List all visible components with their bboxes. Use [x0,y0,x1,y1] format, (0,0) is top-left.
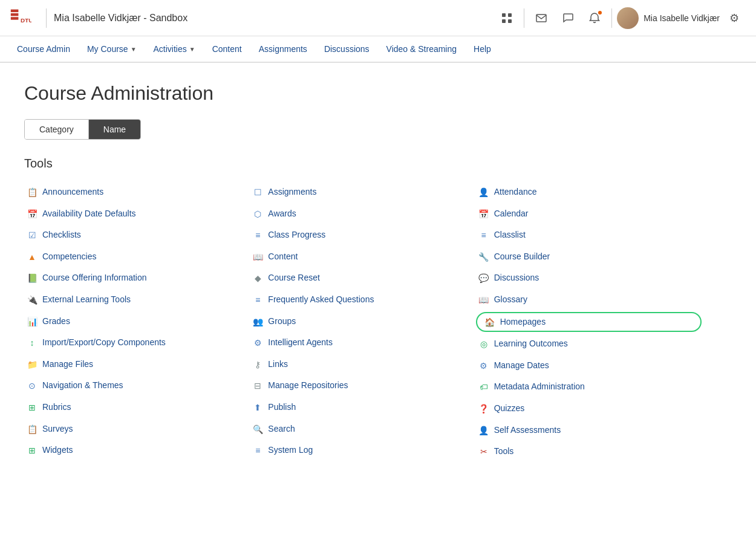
name-toggle-btn[interactable]: Name [89,120,140,139]
attendance-link[interactable]: Attendance [494,186,537,198]
faq-link[interactable]: Frequently Asked Questions [268,294,374,306]
tool-links[interactable]: ⚷ Links [250,355,475,374]
system-log-link[interactable]: System Log [268,444,313,456]
tool-manage-files[interactable]: 📁 Manage Files [24,355,250,374]
tool-rubrics[interactable]: ⊞ Rubrics [24,398,250,417]
tool-availability-date-defaults[interactable]: 📅 Availability Date Defaults [24,204,250,224]
manage-repos-link[interactable]: Manage Repositories [268,380,348,392]
tool-assignments[interactable]: ☐ Assignments [250,183,475,202]
glossary-link[interactable]: Glossary [494,294,527,306]
tool-awards[interactable]: ⬡ Awards [250,204,475,224]
notification-icon[interactable] [582,6,607,30]
nav-discussions[interactable]: Discussions [317,36,377,62]
tool-classlist[interactable]: ≡ Classlist [476,226,702,245]
tool-tools[interactable]: ✂ Tools [476,442,702,461]
tool-quizzes[interactable]: ❓ Quizzes [476,399,702,418]
intelligent-agents-link[interactable]: Intelligent Agents [268,337,333,349]
tool-homepages[interactable]: 🏠 Homepages [476,312,702,333]
tools-link[interactable]: Tools [494,446,514,458]
tool-course-builder[interactable]: 🔧 Course Builder [476,247,702,267]
nav-themes-link[interactable]: Navigation & Themes [42,380,123,392]
awards-link[interactable]: Awards [268,208,296,220]
tool-groups[interactable]: 👥 Groups [250,312,475,331]
topbar: DTU Mia Isabelle Vidkjær - Sandbox [0,0,756,36]
tool-checklists[interactable]: ☑ Checklists [24,226,250,245]
nav-my-course[interactable]: My Course ▼ [80,36,144,62]
tool-widgets[interactable]: ⊞ Widgets [24,441,250,460]
groups-link[interactable]: Groups [268,316,296,328]
classlist-link[interactable]: Classlist [494,229,526,241]
tool-class-progress[interactable]: ≡ Class Progress [250,226,475,245]
nav-content[interactable]: Content [205,36,249,62]
tool-metadata-admin[interactable]: 🏷 Metadata Administration [476,377,702,397]
metadata-link[interactable]: Metadata Administration [494,381,585,393]
tool-surveys[interactable]: 📋 Surveys [24,420,250,439]
tool-competencies[interactable]: ▲ Competencies [24,247,250,267]
links-link[interactable]: Links [268,359,288,371]
calendar-link[interactable]: Calendar [494,208,529,220]
assignments-link[interactable]: Assignments [268,186,316,198]
competencies-link[interactable]: Competencies [42,251,97,263]
discussions-link[interactable]: Discussions [494,272,539,284]
checklists-link[interactable]: Checklists [42,229,81,241]
grades-link[interactable]: Grades [42,316,70,328]
tool-grades[interactable]: 📊 Grades [24,312,250,331]
class-progress-link[interactable]: Class Progress [268,229,325,241]
course-builder-link[interactable]: Course Builder [494,251,550,263]
search-link[interactable]: Search [268,423,295,435]
self-assessments-link[interactable]: Self Assessments [494,424,561,437]
course-builder-icon: 🔧 [478,252,489,262]
tool-announcements[interactable]: 📋 Announcements [24,183,250,202]
import-export-link[interactable]: Import/Export/Copy Components [42,337,166,349]
tool-faq[interactable]: ≡ Frequently Asked Questions [250,290,475,310]
apps-icon[interactable] [495,6,519,30]
topbar-icons: Mia Isabelle Vidkjær ⚙ [495,6,746,30]
tool-course-offering-info[interactable]: 📗 Course Offering Information [24,268,250,288]
tool-calendar[interactable]: 📅 Calendar [476,204,702,224]
tool-manage-repositories[interactable]: ⊟ Manage Repositories [250,376,475,395]
tool-intelligent-agents[interactable]: ⚙ Intelligent Agents [250,333,475,352]
announcements-link[interactable]: Announcements [42,186,103,198]
nav-assignments[interactable]: Assignments [252,36,314,62]
tool-system-log[interactable]: ≡ System Log [250,441,475,460]
tool-course-reset[interactable]: ◆ Course Reset [250,268,475,288]
tool-publish[interactable]: ⬆ Publish [250,398,475,417]
nav-video-streaming[interactable]: Video & Streaming [379,36,464,62]
rubrics-link[interactable]: Rubrics [42,401,71,414]
tool-import-export[interactable]: ↕ Import/Export/Copy Components [24,333,250,352]
tool-search[interactable]: 🔍 Search [250,420,475,439]
dtu-logo: DTU [10,7,31,29]
widgets-link[interactable]: Widgets [42,444,73,456]
publish-link[interactable]: Publish [268,401,296,414]
manage-files-link[interactable]: Manage Files [42,359,93,371]
username: Mia Isabelle Vidkjær [644,13,720,23]
surveys-link[interactable]: Surveys [42,423,73,435]
external-tools-link[interactable]: External Learning Tools [42,294,131,306]
mail-icon[interactable] [529,6,553,30]
tool-attendance[interactable]: 👤 Attendance [476,183,702,202]
learning-outcomes-link[interactable]: Learning Outcomes [494,338,568,350]
tool-content[interactable]: 📖 Content [250,247,475,267]
nav-activities[interactable]: Activities ▼ [146,36,203,62]
chevron-down-icon: ▼ [189,46,195,53]
settings-icon[interactable]: ⚙ [722,6,746,30]
tool-navigation-themes[interactable]: ⊙ Navigation & Themes [24,376,250,395]
content-link[interactable]: Content [268,251,298,263]
nav-course-admin[interactable]: Course Admin [10,36,77,62]
tool-learning-outcomes[interactable]: ◎ Learning Outcomes [476,334,702,354]
manage-dates-link[interactable]: Manage Dates [494,360,549,372]
quizzes-link[interactable]: Quizzes [494,403,525,415]
tool-manage-dates[interactable]: ⚙ Manage Dates [476,356,702,375]
course-offering-link[interactable]: Course Offering Information [42,272,147,284]
chat-icon[interactable] [556,6,580,30]
tool-self-assessments[interactable]: 👤 Self Assessments [476,421,702,440]
availability-link[interactable]: Availability Date Defaults [42,208,136,220]
user-menu[interactable]: Mia Isabelle Vidkjær [617,7,720,29]
tool-discussions[interactable]: 💬 Discussions [476,268,702,288]
homepages-link[interactable]: Homepages [500,316,546,328]
tool-glossary[interactable]: 📖 Glossary [476,290,702,310]
nav-help[interactable]: Help [466,36,498,62]
tool-external-learning-tools[interactable]: 🔌 External Learning Tools [24,290,250,310]
course-reset-link[interactable]: Course Reset [268,272,320,284]
category-toggle-btn[interactable]: Category [25,120,89,139]
